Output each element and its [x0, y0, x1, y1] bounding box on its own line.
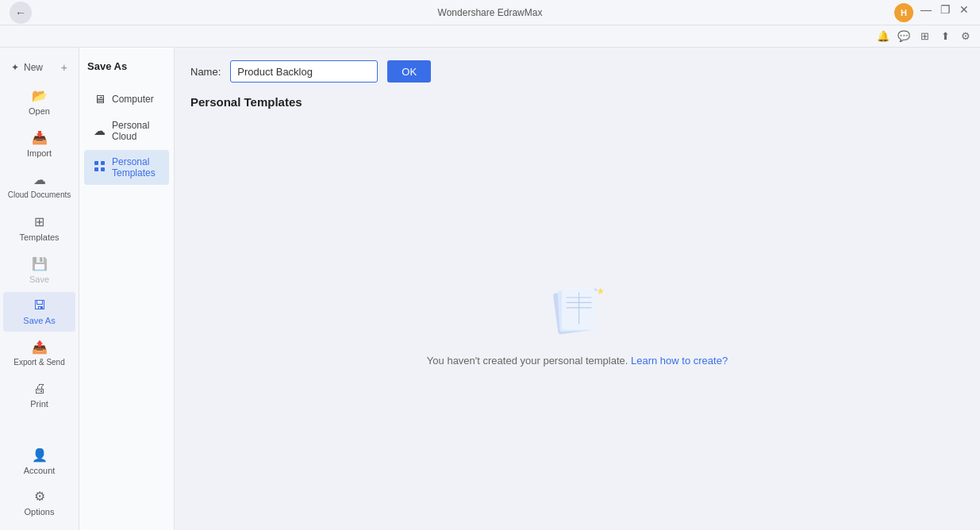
panel-personal-templates-label: Personal Templates: [112, 156, 159, 179]
svg-rect-2: [94, 167, 98, 171]
computer-icon: 🖥: [94, 92, 106, 106]
cloud-icon: ☁: [33, 172, 46, 187]
svg-marker-11: [597, 287, 604, 294]
ok-button[interactable]: OK: [387, 60, 431, 83]
app-title: Wondershare EdrawMax: [438, 7, 543, 18]
panel-item-personal-cloud[interactable]: ☁ Personal Cloud: [84, 113, 169, 148]
sidebar-bottom: 👤 Account ⚙ Options: [0, 440, 79, 530]
minimize-button[interactable]: —: [920, 3, 932, 16]
sidebar-item-account[interactable]: 👤 Account: [3, 441, 75, 482]
share-icon[interactable]: ⬆: [937, 29, 953, 44]
personal-templates-icon: [94, 160, 106, 175]
panel-title: Save As: [79, 60, 174, 85]
sidebar-cloud-label: Cloud Documents: [8, 190, 71, 200]
sidebar-templates-label: Templates: [19, 232, 59, 242]
chat-icon[interactable]: 💬: [896, 29, 912, 44]
sidebar-open-label: Open: [29, 106, 50, 116]
name-row: Name: OK: [190, 60, 964, 83]
sidebar-item-new[interactable]: ✦ New +: [3, 55, 75, 80]
maximize-button[interactable]: ❐: [939, 3, 951, 16]
panel-computer-label: Computer: [112, 94, 154, 105]
sidebar: ✦ New + 📂 Open 📥 Import ☁ Cloud Document…: [0, 48, 79, 530]
sidebar-saveas-label: Save As: [23, 316, 55, 325]
save-icon: 💾: [32, 256, 48, 271]
window-controls: H — ❐ ✕: [894, 3, 970, 22]
panel-item-personal-templates[interactable]: Personal Templates: [84, 150, 169, 185]
settings-icon[interactable]: ⚙: [958, 29, 974, 44]
app-body: ✦ New + 📂 Open 📥 Import ☁ Cloud Document…: [0, 48, 980, 530]
name-input[interactable]: [230, 60, 378, 83]
templates-icon: ⊞: [34, 214, 44, 229]
empty-illustration: [538, 278, 617, 342]
sidebar-item-export[interactable]: 📤 Export & Send: [3, 333, 75, 374]
new-icon: ✦: [11, 62, 19, 73]
sidebar-save-label: Save: [29, 275, 49, 284]
title-bar: ← Wondershare EdrawMax H — ❐ ✕: [0, 0, 980, 25]
save-as-icon: 🖫: [33, 298, 46, 313]
svg-rect-0: [94, 161, 98, 165]
section-title: Personal Templates: [190, 95, 964, 109]
sidebar-import-label: Import: [27, 148, 52, 158]
options-icon: ⚙: [34, 489, 45, 504]
sidebar-print-label: Print: [30, 399, 48, 409]
sidebar-new-label: New: [24, 62, 43, 73]
avatar: H: [894, 3, 913, 22]
sidebar-item-options[interactable]: ⚙ Options: [3, 482, 75, 523]
sidebar-item-templates[interactable]: ⊞ Templates: [3, 208, 75, 248]
sidebar-item-import[interactable]: 📥 Import: [3, 124, 75, 164]
account-icon: 👤: [32, 447, 48, 463]
notification-icon[interactable]: 🔔: [875, 29, 891, 44]
open-icon: 📂: [32, 88, 48, 103]
toolbar: 🔔 💬 ⊞ ⬆ ⚙: [0, 25, 980, 48]
sidebar-item-save-as[interactable]: 🖫 Save As: [3, 292, 75, 332]
export-icon: 📤: [32, 340, 48, 355]
sidebar-item-cloud[interactable]: ☁ Cloud Documents: [3, 166, 75, 206]
empty-text: You haven't created your personal templa…: [427, 355, 728, 367]
sidebar-export-label: Export & Send: [13, 358, 64, 367]
back-button[interactable]: ←: [10, 2, 32, 24]
print-icon: 🖨: [33, 382, 46, 396]
layout-icon[interactable]: ⊞: [917, 29, 932, 44]
svg-rect-3: [101, 167, 105, 171]
plus-icon: +: [61, 61, 67, 74]
import-icon: 📥: [32, 130, 48, 145]
sidebar-account-label: Account: [24, 466, 56, 475]
empty-state: You haven't created your personal templa…: [190, 128, 964, 517]
panel-item-computer[interactable]: 🖥 Computer: [84, 86, 169, 112]
learn-how-link[interactable]: Learn how to create?: [631, 355, 728, 367]
name-label: Name:: [190, 66, 221, 78]
close-button[interactable]: ✕: [958, 3, 970, 16]
sidebar-item-save: 💾 Save: [3, 250, 75, 290]
personal-cloud-icon: ☁: [94, 124, 106, 138]
sidebar-options-label: Options: [25, 507, 55, 517]
main-content: Name: OK Personal Templates: [175, 48, 980, 530]
panel-personal-cloud-label: Personal Cloud: [112, 120, 159, 142]
sidebar-item-print[interactable]: 🖨 Print: [3, 375, 75, 415]
svg-rect-1: [101, 161, 105, 165]
sidebar-item-open[interactable]: 📂 Open: [3, 82, 75, 122]
middle-panel: Save As 🖥 Computer ☁ Personal Cloud Pers…: [79, 48, 175, 530]
